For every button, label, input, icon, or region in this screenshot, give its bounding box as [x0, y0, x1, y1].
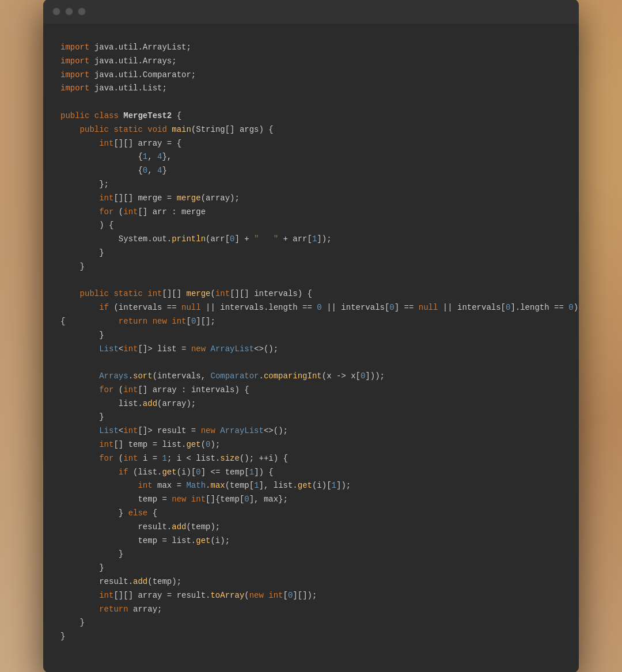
traffic-lights [52, 7, 86, 16]
code-content: import java.util.ArrayList; import java.… [43, 24, 579, 655]
editor-window: import java.util.ArrayList; import java.… [43, 0, 579, 672]
close-button[interactable] [52, 7, 60, 16]
maximize-button[interactable] [78, 7, 86, 16]
minimize-button[interactable] [65, 7, 73, 16]
title-bar [43, 0, 579, 24]
